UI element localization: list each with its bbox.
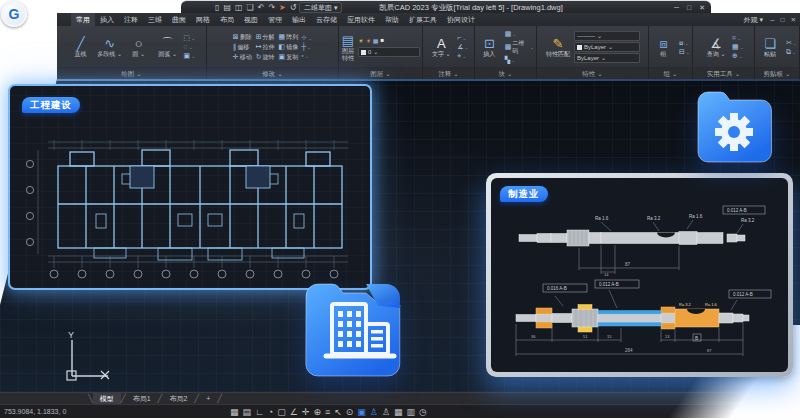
- selection-cursor-icon[interactable]: ↖: [334, 406, 342, 418]
- clipboard-mini-tool[interactable]: ✂⌄: [786, 39, 797, 47]
- modify-button-分解[interactable]: ⊞分解: [256, 33, 275, 42]
- clipboard-button-粘贴[interactable]: ❏粘贴: [757, 36, 783, 58]
- modify-button-阵列[interactable]: ▦阵列: [279, 33, 299, 42]
- ribbon-tab-7[interactable]: 布局: [215, 13, 239, 26]
- workspace-switch-icon[interactable]: ▦: [394, 406, 403, 418]
- group-mini-tool[interactable]: ⊟⌄: [679, 48, 690, 56]
- block-mini-tool[interactable]: ▩⌄: [505, 30, 534, 38]
- utilities-button-查询[interactable]: ∡查询 ⌄: [703, 36, 729, 58]
- angle-snap-icon[interactable]: ∠: [290, 406, 298, 418]
- ribbon-tab-11[interactable]: 云存储: [311, 13, 342, 26]
- utilities-panel-label[interactable]: 实用工具 ⌄: [693, 68, 754, 79]
- annotation-mini-tool[interactable]: ⌖⌄: [457, 52, 468, 60]
- property-dropdown[interactable]: ByLayer⌄: [574, 53, 640, 63]
- draw-button-多段线[interactable]: ∿多段线 ⌄: [97, 36, 123, 58]
- layout-tab-布局1[interactable]: 布局1: [126, 393, 158, 405]
- annotation-mini-tool[interactable]: ∡⌄: [457, 43, 468, 51]
- modify-mini-tool[interactable]: ▫⌄: [301, 52, 312, 60]
- ribbon-tab-1[interactable]: 常用: [71, 13, 95, 26]
- ribbon-tab-15[interactable]: 协同设计: [442, 13, 480, 26]
- isolate-objects-icon[interactable]: ▥: [407, 406, 416, 418]
- draw-button-圆弧[interactable]: ⌒圆弧 ⌄: [155, 36, 181, 58]
- utilities-mini-tool[interactable]: ⌗⌄: [732, 34, 744, 42]
- annotation-mini-tool[interactable]: ⌐⌄: [457, 34, 468, 42]
- annotation-panel-label[interactable]: 注释 ⌄: [423, 68, 474, 79]
- modify-button-偏移[interactable]: ∥偏移: [233, 43, 252, 52]
- settings-folder-icon[interactable]: [692, 80, 776, 172]
- ribbon-tab-8[interactable]: 视图: [239, 13, 263, 26]
- ortho-mode-icon[interactable]: ∟: [255, 406, 264, 418]
- share-icon[interactable]: ➤: [279, 2, 286, 13]
- maximize-button[interactable]: □: [687, 2, 691, 13]
- polar-tracking-icon[interactable]: ◔: [268, 406, 273, 418]
- undo-icon[interactable]: ↶: [258, 2, 265, 13]
- appearance-menu[interactable]: 外观 ▾: [744, 15, 763, 25]
- clipboard-mini-tool[interactable]: ⧉⌄: [786, 48, 797, 56]
- app-logo[interactable]: G: [1, 1, 27, 27]
- ribbon-tab-13[interactable]: 帮助: [380, 13, 404, 26]
- dynamic-ucs-icon[interactable]: ⊕: [313, 406, 321, 418]
- new-file-icon[interactable]: ▯: [215, 2, 219, 13]
- layer-state-icon[interactable]: ▦: [373, 37, 379, 44]
- block-panel-label[interactable]: 块 ⌄: [475, 68, 536, 79]
- grid-display-icon[interactable]: ▦: [230, 406, 239, 418]
- modify-mini-tool[interactable]: ┼⌄: [301, 43, 312, 51]
- modify-button-旋转[interactable]: ↻旋转: [256, 53, 275, 62]
- snap-mode-icon[interactable]: ▤: [243, 406, 252, 418]
- ribbon-close-button[interactable]: ✕: [791, 16, 796, 24]
- modify-mini-tool[interactable]: ⊹⌄: [301, 34, 312, 42]
- block-mini-tool[interactable]: ▩二维码⌄: [505, 39, 534, 55]
- draw-button-直线[interactable]: ╱直线: [68, 36, 94, 58]
- utilities-mini-tool[interactable]: ⊕⌄: [732, 52, 744, 60]
- draw-mini-tool[interactable]: ⬚⌄: [184, 34, 196, 42]
- ribbon-tab-9[interactable]: 管理: [263, 13, 287, 26]
- ribbon-tab-10[interactable]: 输出: [287, 13, 311, 26]
- regen-icon[interactable]: ↺: [290, 2, 297, 13]
- group-button-组[interactable]: ⧈组: [651, 36, 676, 58]
- draw-panel-label[interactable]: 绘图 ⌄: [57, 68, 206, 79]
- open-file-icon[interactable]: ▤: [223, 2, 231, 13]
- layout-tab-+[interactable]: +: [199, 393, 217, 405]
- group-panel-label[interactable]: 组 ⌄: [649, 68, 692, 79]
- property-dropdown[interactable]: ———⌄: [574, 31, 640, 41]
- ribbon-tab-2[interactable]: 插入: [95, 13, 119, 26]
- object-snap-icon[interactable]: ▢: [277, 406, 286, 418]
- block-mini-tool[interactable]: ▚⌄: [505, 56, 534, 64]
- layers-panel-label[interactable]: 图层 ⌄: [339, 68, 422, 79]
- block-button-插入[interactable]: ⊡插入: [477, 36, 502, 58]
- properties-button-特性匹配[interactable]: ✎特性匹配: [545, 36, 571, 58]
- draw-button-圆[interactable]: ○圆 ⌄: [126, 36, 152, 58]
- ribbon-maximize-button[interactable]: □: [781, 16, 785, 24]
- building-folder-icon[interactable]: [298, 268, 408, 386]
- modify-button-复制[interactable]: ▣复制: [279, 53, 299, 62]
- annotation-button-文字[interactable]: A文字 ⌄: [428, 36, 454, 58]
- modify-button-镜像[interactable]: ◧镜像: [279, 43, 299, 52]
- modify-button-删除[interactable]: ⊠删除: [233, 33, 252, 42]
- annotation-scale-icon[interactable]: ♙: [370, 406, 378, 418]
- layout-tab-布局2[interactable]: 布局2: [162, 393, 194, 405]
- draw-mini-tool[interactable]: ▣⌄: [184, 52, 196, 60]
- ribbon-tab-3[interactable]: 注释: [119, 13, 143, 26]
- layer-dropdown[interactable]: 0⌄: [358, 47, 420, 57]
- layer-state-icon[interactable]: ☀: [358, 37, 363, 44]
- ribbon-minimize-button[interactable]: ─: [770, 16, 775, 24]
- ribbon-tab-12[interactable]: 应用软件: [342, 13, 380, 26]
- ribbon-tab-4[interactable]: 三维: [143, 13, 167, 26]
- minimize-button[interactable]: ─: [674, 2, 679, 13]
- snap-tracking-icon[interactable]: ✛: [302, 406, 310, 418]
- annotation-visibility-icon[interactable]: ♙: [382, 406, 390, 418]
- modify-button-移动[interactable]: ✛移动: [233, 53, 252, 62]
- clipboard-panel-label[interactable]: 剪贴板 ⌄: [755, 68, 799, 79]
- ribbon-tab-6[interactable]: 网格: [191, 13, 215, 26]
- draw-mini-tool[interactable]: ◌⌄: [184, 43, 196, 51]
- dynamic-input-icon[interactable]: ▣: [357, 406, 366, 418]
- modify-button-拉伸[interactable]: ↦拉伸: [256, 43, 275, 52]
- close-button[interactable]: ✕: [699, 2, 705, 13]
- ribbon-tab-5[interactable]: 曲面: [167, 13, 191, 26]
- workspace-dropdown[interactable]: 二维草图 ▾: [299, 2, 342, 13]
- group-mini-tool[interactable]: ⧇⌄: [679, 39, 690, 47]
- property-dropdown[interactable]: ByLayer⌄: [574, 42, 640, 52]
- layer-state-icon[interactable]: ☀: [365, 37, 370, 44]
- clean-screen-icon[interactable]: ◷: [419, 406, 427, 418]
- ribbon-tab-14[interactable]: 扩展工具: [404, 13, 442, 26]
